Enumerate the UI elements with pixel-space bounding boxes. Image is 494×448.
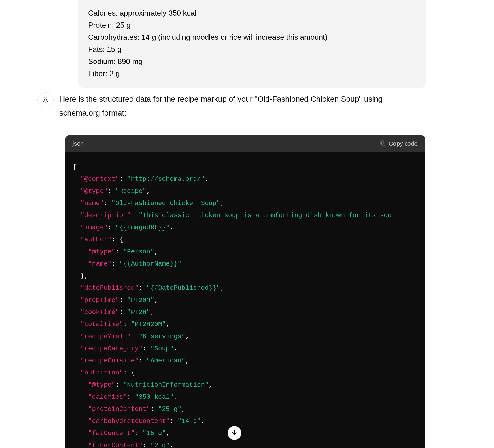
code-token: "@context" (80, 175, 119, 183)
code-block-body[interactable]: { "@context": "http://schema.org/", "@ty… (65, 152, 425, 448)
assistant-avatar (37, 92, 54, 108)
code-token: , (181, 405, 186, 413)
user-line: Fiber: 2 g (88, 67, 416, 80)
code-token (73, 369, 80, 377)
code-token: , (174, 393, 178, 401)
user-line: Sodium: 890 mg (88, 55, 416, 67)
code-token: : (123, 321, 131, 328)
code-token: "PT20M" (127, 296, 154, 304)
code-token: { (73, 163, 77, 171)
assistant-header-row: Here is the structured data for the reci… (37, 92, 426, 120)
code-token: : (139, 357, 147, 364)
code-token (73, 393, 88, 401)
scroll-to-bottom-button[interactable] (228, 426, 241, 440)
code-token: "@type" (88, 248, 116, 255)
code-token: , (170, 224, 174, 231)
code-token: "15 g" (143, 430, 166, 437)
code-token: : (127, 393, 135, 401)
code-token: : (119, 308, 127, 316)
code-token (73, 187, 80, 195)
code-token: : (116, 248, 123, 255)
code-token: "description" (80, 212, 131, 219)
code-token (73, 212, 80, 219)
code-language-label: json (73, 140, 84, 147)
code-token: , (220, 284, 224, 292)
assistant-intro-text: Here is the structured data for the reci… (59, 92, 393, 120)
code-token: "Soup" (150, 345, 174, 352)
code-token: , (154, 296, 158, 304)
code-token: "carbohydrateContent" (88, 417, 170, 425)
code-token: : { (111, 236, 123, 243)
code-token: "{{ImageURL}}" (116, 224, 170, 231)
code-token (73, 236, 80, 243)
code-token: "http://schema.org/" (127, 175, 205, 183)
code-token (73, 442, 88, 448)
code-token: , (220, 199, 224, 207)
code-token: "{{AuthorName}}" (119, 260, 181, 268)
code-token: "calories" (88, 393, 127, 401)
code-token: "350 kcal" (135, 393, 174, 401)
code-token: "datePublished" (80, 284, 139, 292)
svg-point-0 (44, 99, 47, 101)
code-token (73, 321, 80, 328)
code-token: "@type" (88, 381, 116, 389)
code-token: "recipeCategory" (80, 345, 143, 352)
assistant-message: Here is the structured data for the reci… (37, 92, 426, 448)
code-token: , (154, 248, 158, 255)
code-token: "image" (80, 224, 108, 231)
code-token: "Recipe" (116, 187, 147, 195)
code-token: "This classic chicken soup is a comforti… (139, 212, 395, 219)
code-token: "proteinContent" (88, 405, 150, 413)
code-token: "name" (80, 199, 104, 207)
code-token: "totalTime" (80, 321, 123, 328)
code-token: , (170, 442, 174, 448)
code-token: : (111, 260, 119, 268)
code-token (73, 284, 80, 292)
code-block-header: json Copy code (65, 135, 425, 152)
code-token: "cookTime" (80, 308, 119, 316)
code-token (73, 175, 80, 183)
code-token: "recipeCuisine" (80, 357, 139, 364)
user-line: Carbohydrates: 14 g (including noodles o… (88, 31, 416, 43)
code-token (73, 345, 80, 352)
code-token: : (143, 442, 150, 448)
user-line: Protein: 25 g (88, 19, 416, 31)
code-token: "PT2H20M" (131, 321, 166, 328)
code-token: , (205, 175, 209, 183)
code-token: "2 g" (150, 442, 170, 448)
code-token: "author" (80, 236, 111, 243)
code-token: "American" (147, 357, 186, 364)
page-root: Calories: approximately 350 kcal Protein… (0, 0, 494, 448)
arrow-down-icon (231, 429, 238, 437)
code-token: , (186, 357, 190, 364)
code-token: "prepTime" (80, 296, 119, 304)
code-token: : (104, 199, 111, 207)
code-token (73, 333, 80, 340)
code-token (73, 199, 80, 207)
code-token: "14 g" (178, 417, 201, 425)
code-block: json Copy code { "@context": "http://sch… (65, 135, 425, 448)
code-token: "PT2H" (127, 308, 150, 316)
code-token (73, 296, 80, 304)
code-token: , (166, 321, 170, 328)
code-token: : (131, 333, 139, 340)
code-token: : (135, 430, 143, 437)
code-token: : (139, 284, 147, 292)
code-token: , (166, 430, 170, 437)
code-token: "@type" (80, 187, 108, 195)
code-token: , (150, 308, 154, 316)
svg-rect-2 (381, 141, 384, 144)
copy-code-button[interactable]: Copy code (380, 140, 418, 148)
code-token: "nutrition" (80, 369, 123, 377)
code-token: , (174, 345, 178, 352)
code-token: "NutritionInformation" (123, 381, 209, 389)
code-token: : (119, 296, 127, 304)
user-line: Fats: 15 g (88, 43, 416, 55)
copy-code-label: Copy code (389, 140, 418, 147)
code-token: : (116, 381, 123, 389)
code-token: "{{DatePublished}}" (147, 284, 221, 292)
code-token: "name" (88, 260, 111, 268)
code-token: : (108, 224, 116, 231)
code-token: }, (73, 272, 88, 280)
code-token (73, 405, 88, 413)
